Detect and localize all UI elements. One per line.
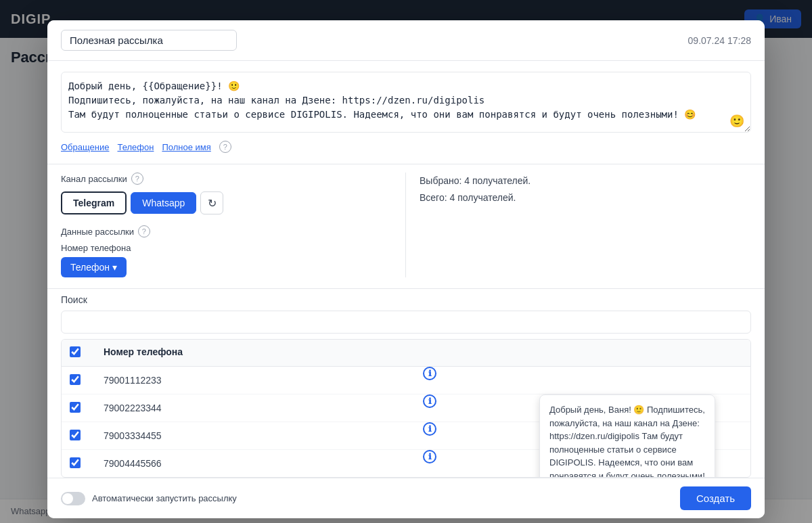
select-all-checkbox[interactable] — [70, 346, 81, 357]
emoji-button[interactable]: 🙂 — [729, 114, 744, 129]
info-cell-1: ℹ — [423, 373, 742, 387]
row-checkbox-cell-1 — [70, 374, 104, 387]
table-row: 79001112233 ℹ — [62, 367, 750, 394]
whatsapp-channel-button[interactable]: Whatsapp — [131, 192, 196, 214]
recipients-total: Всего: 4 получателей. — [420, 189, 751, 206]
var-link-phone[interactable]: Телефон — [117, 142, 154, 152]
search-section: Поиск — [47, 288, 765, 339]
recipients-selected: Выбрано: 4 получателей. — [420, 173, 751, 189]
row-info-icon-3[interactable]: ℹ — [423, 422, 436, 436]
auto-launch-toggle[interactable] — [61, 492, 85, 505]
row-checkbox-cell-2 — [70, 402, 104, 415]
message-preview-tooltip: Добрый день, Ваня! 🙂 Подпишитесь, пожалу… — [539, 394, 715, 478]
message-section: Добрый день, {{Обращение}}! 🙂 Подпишитес… — [47, 61, 765, 164]
auto-launch-label: Автоматически запустить рассылку — [92, 493, 237, 503]
search-input[interactable] — [61, 311, 751, 334]
row-info-icon-2[interactable]: ℹ — [423, 394, 436, 408]
modal-header: 09.07.24 17:28 — [47, 20, 765, 61]
phone-cell-2: 79002223344 — [104, 403, 423, 413]
row-info-icon-4[interactable]: ℹ — [423, 450, 436, 463]
modal-date: 09.07.24 17:28 — [688, 35, 751, 46]
message-box: Добрый день, {{Обращение}}! 🙂 Подпишитес… — [61, 72, 751, 135]
row-checkbox-3[interactable] — [70, 430, 81, 440]
modal-footer: Автоматически запустить рассылку Создать — [47, 478, 765, 518]
template-vars: Обращение Телефон Полное имя ? — [61, 135, 751, 158]
info-cell-2: ℹ Добрый день, Ваня! 🙂 Подпишитесь, пожа… — [423, 401, 742, 415]
phone-cell-1: 79001112233 — [104, 375, 423, 386]
phone-column-header: Номер телефона — [104, 346, 423, 359]
modal-body: Добрый день, {{Обращение}}! 🙂 Подпишитес… — [47, 61, 765, 478]
telegram-channel-button[interactable]: Telegram — [61, 191, 127, 214]
message-textarea[interactable]: Добрый день, {{Обращение}}! 🙂 Подпишитес… — [61, 72, 751, 133]
create-mailing-modal: 09.07.24 17:28 Добрый день, {{Обращение}… — [47, 20, 765, 518]
row-checkbox-4[interactable] — [70, 457, 81, 468]
phone-field-label: Номер телефона — [61, 243, 394, 253]
recipients-table: Номер телефона 79001112233 ℹ — [61, 339, 751, 478]
row-info-icon-1[interactable]: ℹ — [423, 367, 436, 380]
recipients-info: Выбрано: 4 получателей. Всего: 4 получат… — [420, 173, 751, 206]
channel-right: Выбрано: 4 получателей. Всего: 4 получат… — [406, 173, 751, 277]
data-section-label: Данные рассылки ? — [61, 225, 394, 237]
var-link-appeal[interactable]: Обращение — [61, 142, 109, 152]
channel-left: Канал рассылки ? Telegram Whatsapp ↻ Дан… — [61, 173, 406, 277]
template-vars-help-icon[interactable]: ? — [219, 141, 231, 153]
var-link-fullname[interactable]: Полное имя — [162, 142, 210, 152]
row-checkbox-1[interactable] — [70, 374, 81, 385]
row-checkbox-cell-3 — [70, 430, 104, 442]
table-header: Номер телефона — [62, 340, 750, 367]
channel-label: Канал рассылки ? — [61, 173, 394, 185]
checkbox-header-cell — [70, 346, 104, 359]
data-help-icon[interactable]: ? — [138, 225, 150, 237]
modal-overlay: 09.07.24 17:28 Добрый день, {{Обращение}… — [0, 0, 812, 523]
mailing-title-input[interactable] — [61, 30, 237, 51]
search-label: Поиск — [61, 294, 751, 305]
table-row: 79002223344 ℹ Добрый день, Ваня! 🙂 Подпи… — [62, 394, 750, 422]
channel-help-icon[interactable]: ? — [131, 173, 143, 185]
actions-column-header — [423, 346, 742, 359]
channel-section: Канал рассылки ? Telegram Whatsapp ↻ Дан… — [47, 173, 765, 288]
create-button[interactable]: Создать — [680, 486, 751, 510]
preview-text: Добрый день, Ваня! 🙂 Подпишитесь, пожалу… — [549, 405, 705, 478]
row-checkbox-cell-4 — [70, 457, 104, 470]
phone-cell-4: 79004445566 — [104, 458, 423, 469]
refresh-button[interactable]: ↻ — [200, 191, 223, 214]
phone-dropdown-button[interactable]: Телефон ▾ — [61, 257, 127, 277]
phone-cell-3: 79003334455 — [104, 430, 423, 441]
row-checkbox-2[interactable] — [70, 402, 81, 413]
auto-launch-section: Автоматически запустить рассылку — [61, 492, 237, 505]
channel-buttons: Telegram Whatsapp ↻ — [61, 191, 394, 214]
